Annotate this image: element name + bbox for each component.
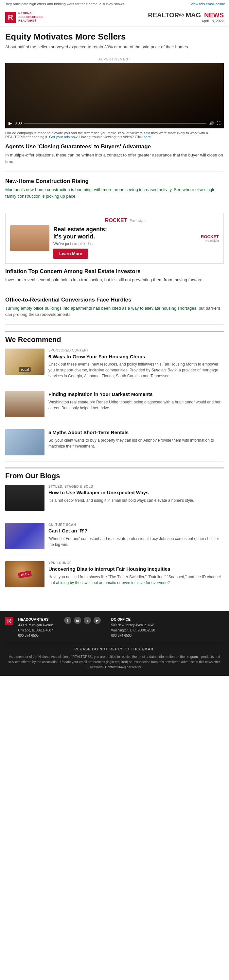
blog-title-r[interactable]: Can I Get an 'R'? [48, 528, 224, 534]
video-time: 0:00 [15, 121, 22, 125]
article-title-2: New-Home Construction Rising [5, 178, 224, 185]
recommend-item-inspiration: Finding Inspiration in Your Darkest Mome… [5, 391, 224, 423]
header: R NATIONAL ASSOCIATION OF REALTORS® REAL… [0, 8, 229, 27]
issue-date: April 18, 2022 [148, 19, 224, 23]
blog-item-wallpaper: STYLED, STAGED & SOLD How to Use Wallpap… [5, 485, 224, 517]
view-email-link[interactable]: View this email online [191, 2, 225, 6]
main-content: Equity Motivates More Sellers About half… [0, 27, 229, 605]
rocket-ad-banner: ROCKET Pro Insight Real estate agents: I… [5, 213, 224, 264]
ad-label: ADVERTISEMENT [5, 57, 224, 61]
main-headline: Equity Motivates More Sellers [5, 32, 224, 42]
footer-dc-office: DC OFFICE 500 New Jersey Avenue, NW Wash… [111, 617, 155, 638]
rec-img-fair-housing [5, 348, 45, 375]
article-title-4: Office-to-Residential Conversions Face H… [5, 297, 224, 303]
sponsored-label: SPONSORED CONTENT [48, 348, 224, 352]
rec-content-rentals: 5 Myths About Short-Term Rentals So, you… [48, 429, 224, 455]
article-new-home: New-Home Construction Rising Montana's n… [5, 178, 224, 206]
article-title-1: Agents Use 'Closing Guarantees' to Buyer… [5, 143, 224, 150]
article-inflation: Inflation Top Concern Among Real Estate … [5, 268, 224, 290]
mag-name: REALTOR® MAG NEWS [148, 11, 224, 19]
twitter-icon[interactable]: y [84, 617, 91, 624]
top-bar-left: They anticipate high offers and bidding … [4, 2, 124, 6]
blog-img-wallpaper [5, 485, 45, 511]
youtube-icon[interactable]: ▶ [94, 617, 101, 624]
get-ads-link[interactable]: Get your ads now! [49, 135, 78, 139]
learn-more-button[interactable]: Learn More [53, 248, 88, 259]
we-recommend-heading: We Recommend [5, 331, 224, 344]
recommend-item-rentals: 5 Myths About Short-Term Rentals So, you… [5, 429, 224, 461]
rec-content-fair-housing: SPONSORED CONTENT 6 Ways to Grow Your Fa… [48, 348, 224, 379]
rocket-ad-image [10, 225, 50, 251]
blog-content-bias: YPN LOUNGE Uncovering Bias to Interrupt … [48, 561, 224, 587]
rocket-ad-headline: Real estate agents: It's your world. [53, 226, 197, 240]
footer-no-reply: PLEASE DO NOT REPLY TO THIS EMAIL [5, 647, 224, 651]
from-our-blogs-heading: From Our Blogs [5, 468, 224, 480]
contact-link[interactable]: ContactNAR@nar.realtor [105, 665, 141, 669]
article-title-3: Inflation Top Concern Among Real Estate … [5, 268, 224, 275]
blog-content-wallpaper: STYLED, STAGED & SOLD How to Use Wallpap… [48, 485, 224, 511]
mag-title-area: REALTOR® MAG NEWS April 18, 2022 [148, 11, 224, 23]
rocket-tagline: We've just simplified it. [53, 242, 197, 246]
logo-area: R NATIONAL ASSOCIATION OF REALTORS® [5, 11, 43, 23]
video-controls: ▶ 0:00 🔊 ⛶ [5, 121, 224, 126]
blog-tag-ypn: YPN LOUNGE [48, 561, 224, 565]
rocket-ad-logo: ROCKET Pro Insight [53, 218, 197, 223]
rec-img-inspiration [5, 391, 45, 417]
logo-r-letter: R [8, 13, 13, 21]
blog-title-bias[interactable]: Uncovering Bias to Interrupt Fair Housin… [48, 566, 224, 572]
blog-content-r: CULTURE SCAN Can I Get an 'R'? 'Wheel of… [48, 523, 224, 549]
article-office-residential: Office-to-Residential Conversions Face H… [5, 297, 224, 325]
blog-item-bias: BIAS YPN LOUNGE Uncovering Bias to Inter… [5, 561, 224, 593]
blog-body-bias: Have you noticed from shows like "The Ti… [48, 574, 224, 586]
rec-title-fair-housing[interactable]: 6 Ways to Grow Your Fair Housing Chops [48, 353, 224, 360]
blog-body-r: 'Wheel of Fortune' contestant and real e… [48, 536, 224, 547]
footer-divider [5, 643, 224, 643]
linkedin-icon[interactable]: in [74, 617, 81, 624]
footer-top: R HEADQUARTERS 430 N. Michigan Avenue Ch… [5, 617, 224, 638]
blog-img-scan [5, 523, 45, 549]
blog-img-bias: BIAS [5, 561, 45, 587]
rec-img-rentals [5, 429, 45, 455]
progress-bar[interactable] [24, 123, 207, 124]
article-body-2: Montana's new-home construction is boomi… [5, 186, 224, 199]
footer-logo-area: R [5, 617, 13, 625]
footer: R HEADQUARTERS 430 N. Michigan Avenue Ch… [0, 611, 229, 676]
footer-headquarters: HEADQUARTERS 430 N. Michigan Avenue Chic… [18, 617, 54, 638]
org-name: NATIONAL ASSOCIATION OF REALTORS® [18, 11, 43, 23]
video-caption: Our ad campaign is made to elevate you a… [5, 131, 224, 139]
recommend-item-fair-housing: SPONSORED CONTENT 6 Ways to Grow Your Fa… [5, 348, 224, 385]
blog-tag-culture: CULTURE SCAN [48, 523, 224, 527]
rec-body-inspiration: Washington real estate pro Renee Uribe t… [48, 399, 224, 411]
article-body-1: In multiple-offer situations, these can … [5, 152, 224, 165]
nar-logo: R [5, 12, 16, 23]
rocket-ad-person [10, 225, 50, 251]
volume-icon[interactable]: 🔊 [209, 121, 214, 126]
footer-social-icons: f in y ▶ [64, 617, 101, 624]
article-body-3: Investors reveal several pain points in … [5, 277, 224, 283]
blog-body-wallpaper: It's a hot decor trend, and using it in … [48, 498, 224, 503]
rec-content-inspiration: Finding Inspiration in Your Darkest Mome… [48, 391, 224, 417]
article-closing-guarantees: Agents Use 'Closing Guarantees' to Buyer… [5, 143, 224, 172]
rec-body-fair-housing: Check out these events, new resources, a… [48, 361, 224, 379]
fullscreen-icon[interactable]: ⛶ [216, 121, 221, 126]
rec-title-rentals[interactable]: 5 Myths About Short-Term Rentals [48, 429, 224, 436]
click-here-link[interactable]: here [144, 135, 151, 139]
article-body-4: Turning empty office buildings into apar… [5, 305, 224, 318]
main-subhead: About half of the sellers surveyed expec… [5, 45, 224, 49]
footer-logo: R [5, 617, 13, 625]
video-player[interactable]: ▶ 0:00 🔊 ⛶ [5, 63, 224, 128]
blog-tag-styled: STYLED, STAGED & SOLD [48, 485, 224, 488]
footer-legal: As a member of the National Association … [5, 654, 224, 670]
blog-item-r: CULTURE SCAN Can I Get an 'R'? 'Wheel of… [5, 523, 224, 555]
facebook-icon[interactable]: f [64, 617, 71, 624]
blog-title-wallpaper[interactable]: How to Use Wallpaper in Unexpected Ways [48, 489, 224, 496]
rec-body-rentals: So, your client wants to buy a property … [48, 438, 224, 449]
rec-title-inspiration[interactable]: Finding Inspiration in Your Darkest Mome… [48, 391, 224, 398]
play-button[interactable]: ▶ [8, 121, 12, 126]
top-bar: They anticipate high offers and bidding … [0, 0, 229, 8]
